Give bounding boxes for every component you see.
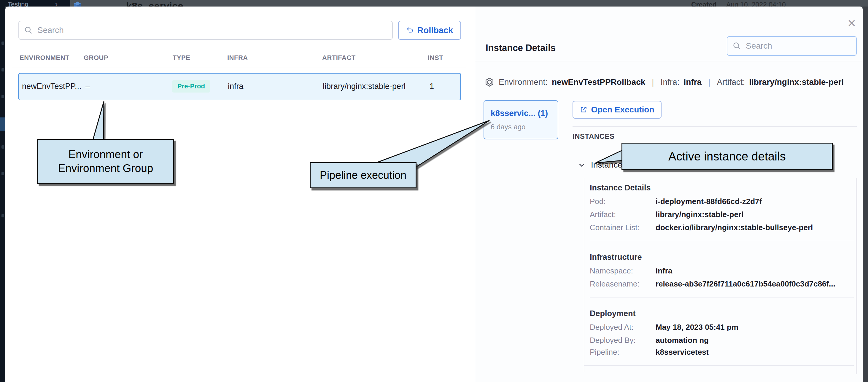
field-label: Deployed At:	[590, 323, 633, 332]
pane-divider	[475, 6, 475, 382]
field-value: k8sservicetest	[656, 348, 709, 357]
separator: |	[706, 77, 713, 87]
rollback-icon	[406, 26, 414, 34]
callout-text: Environment Group	[58, 161, 153, 175]
infra-value: infra	[683, 77, 702, 87]
callout-active-instance: Active instance details	[621, 142, 833, 170]
execution-time: 6 days ago	[491, 123, 525, 131]
screen: Testing › k8s_service Created Aug 10, 20…	[0, 0, 868, 382]
chevron-right-icon: ›	[55, 0, 58, 6]
page-title: k8s_service	[126, 0, 183, 6]
sidebar-item-fragment	[1, 41, 4, 45]
col-artifact: ARTIFACT	[322, 54, 356, 62]
environment-search-input[interactable]	[19, 21, 393, 40]
environment-table-row[interactable]: newEnvTestPP... – Pre-Prod infra library…	[19, 73, 461, 100]
rollback-modal: Rollback ENVIRONMENT GROUP TYPE INFRA AR…	[5, 6, 863, 382]
rollback-button[interactable]: Rollback	[398, 21, 461, 40]
environment-icon	[485, 77, 495, 87]
callout-pipeline-execution: Pipeline execution	[310, 162, 416, 188]
row-environment: newEnvTestPP...	[22, 82, 82, 91]
artifact-label: Artifact:	[717, 77, 745, 87]
field-value: May 18, 2023 05:41 pm	[656, 323, 738, 332]
instance-search-input[interactable]	[727, 36, 857, 56]
col-infra: INFRA	[227, 54, 248, 62]
row-group: –	[86, 82, 90, 91]
field-label: Pipeline:	[590, 348, 619, 357]
field-label: Releasename:	[590, 279, 640, 289]
created-label: Created	[691, 1, 717, 6]
artifact-value: library/nginx:stable-perl	[749, 77, 844, 87]
infra-label: Infra:	[661, 77, 680, 87]
sidebar-item-fragment	[1, 145, 4, 149]
sidebar-item-fragment	[1, 68, 4, 71]
section-heading: Infrastructure	[590, 253, 642, 262]
separator: |	[649, 77, 656, 87]
row-artifact: library/nginx:stable-perl	[323, 82, 405, 91]
field-value: docker.io/library/nginx:stable-bullseye-…	[656, 223, 813, 232]
scrollbar[interactable]	[856, 178, 857, 374]
open-execution-label: Open Execution	[591, 105, 654, 115]
row-inst: 1	[430, 82, 434, 91]
breadcrumb: Testing	[8, 1, 29, 6]
callout-environment: Environment or Environment Group	[37, 139, 174, 184]
col-type: TYPE	[173, 54, 190, 62]
instances-divider	[572, 126, 857, 127]
execution-name: k8sservic... (1)	[491, 108, 548, 118]
environment-label: Environment:	[499, 77, 548, 87]
section-divider	[590, 297, 854, 297]
sidebar-item-fragment	[1, 172, 4, 175]
environment-search-field[interactable]	[37, 25, 387, 35]
section-divider	[590, 241, 854, 241]
environment-value: newEnvTestPPRollback	[552, 77, 645, 87]
instance-content-edge	[584, 178, 584, 372]
sidebar-item-fragment	[1, 214, 4, 217]
sidebar-active-item	[0, 118, 5, 131]
sidebar-item-fragment	[1, 95, 4, 98]
background-breadcrumb: Testing ›	[0, 0, 70, 6]
field-value: library/nginx:stable-perl	[656, 210, 743, 219]
background-right-strip	[863, 6, 868, 382]
instances-heading: INSTANCES	[572, 132, 614, 140]
field-label: Pod:	[590, 197, 606, 206]
col-environment: ENVIRONMENT	[20, 54, 69, 62]
background-sidebar	[0, 6, 5, 382]
field-label: Deployed By:	[590, 336, 636, 345]
chevron-down-icon	[578, 161, 586, 169]
callout-text: Active instance details	[669, 150, 786, 163]
execution-card[interactable]: k8sservic... (1) 6 days ago	[484, 100, 558, 139]
row-infra: infra	[228, 82, 244, 91]
rollback-button-label: Rollback	[417, 26, 453, 35]
table-header-divider	[12, 68, 466, 68]
section-heading: Instance Details	[590, 183, 651, 192]
field-value: infra	[656, 266, 672, 276]
search-icon	[733, 42, 741, 50]
preprod-badge: Pre-Prod	[172, 80, 210, 93]
callout-text: Environment or	[68, 148, 143, 161]
created-value: Aug 10, 2022 04:10	[726, 1, 786, 6]
details-title: Instance Details	[486, 43, 556, 53]
field-label: Container List:	[590, 223, 640, 232]
external-link-icon	[580, 106, 587, 114]
service-cube-icon	[73, 1, 82, 6]
field-value: release-ab3e7f26f711a0c617b54ea00f0c3d7c…	[656, 279, 835, 289]
field-label: Namespace:	[590, 266, 633, 276]
background-header: Testing › k8s_service Created Aug 10, 20…	[0, 0, 868, 6]
field-value: i-deployment-88fd66cd-z2d7f	[656, 197, 762, 206]
search-icon	[24, 26, 33, 34]
instance-search-field[interactable]	[745, 41, 854, 51]
field-value: automation ng	[656, 336, 709, 345]
close-icon[interactable]: ✕	[847, 17, 856, 30]
details-header-divider	[475, 61, 863, 61]
section-divider	[584, 365, 854, 366]
open-execution-button[interactable]: Open Execution	[572, 101, 661, 119]
callout-text: Pipeline execution	[320, 169, 406, 182]
col-inst: INST	[428, 54, 443, 62]
section-heading: Deployment	[590, 309, 636, 318]
environment-summary: Environment: newEnvTestPPRollback | Infr…	[485, 77, 844, 87]
col-group: GROUP	[84, 54, 108, 62]
field-label: Artifact:	[590, 210, 616, 219]
